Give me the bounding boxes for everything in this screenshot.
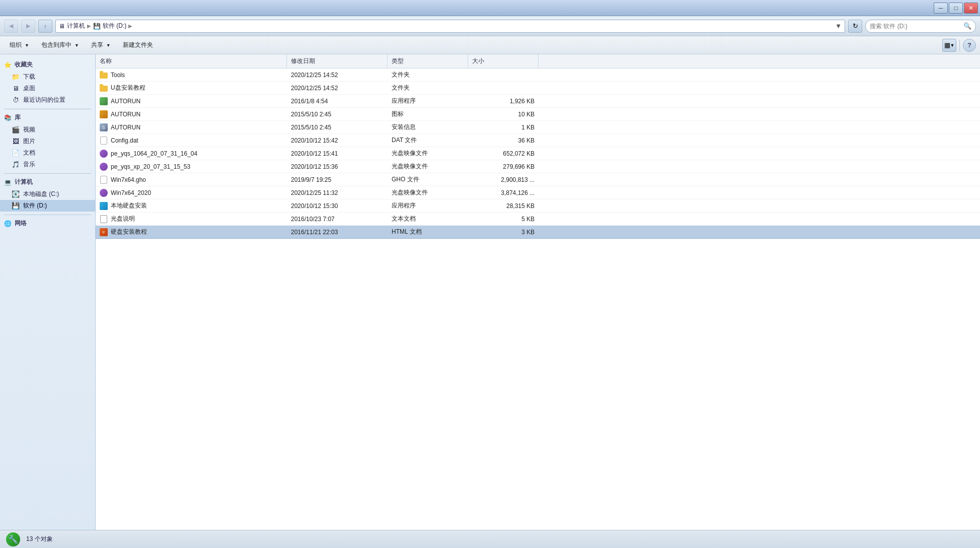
minimize-button[interactable]: ─: [934, 3, 948, 14]
sidebar-item-desktop[interactable]: 🖥 桌面: [0, 83, 95, 94]
file-name: pe_yqs_1064_20_07_31_16_04: [111, 150, 197, 157]
sidebar-item-music-label: 音乐: [23, 160, 35, 169]
file-date-cell: 2020/10/12 15:41: [287, 147, 388, 160]
back-button[interactable]: ◀: [4, 20, 18, 33]
file-date-cell: 2020/12/25 14:52: [287, 68, 388, 81]
sidebar-item-recent[interactable]: ⏱ 最近访问的位置: [0, 94, 95, 106]
table-row[interactable]: S AUTORUN 2015/5/10 2:45 安装信息 1 KB: [96, 121, 980, 134]
file-type-icon: [100, 202, 108, 210]
file-type-cell: 应用程序: [388, 95, 468, 107]
favorites-header[interactable]: ⭐ 收藏夹: [0, 58, 95, 71]
file-type-cell: 光盘映像文件: [388, 147, 468, 160]
refresh-button[interactable]: ↻: [848, 20, 862, 33]
file-name-cell: e 硬盘安装教程: [96, 226, 287, 238]
col-header-size[interactable]: 大小: [468, 54, 539, 68]
sidebar-item-document[interactable]: 📄 文档: [0, 147, 95, 159]
table-row[interactable]: pe_yqs_1064_20_07_31_16_04 2020/10/12 15…: [96, 147, 980, 160]
file-size-cell: 36 KB: [468, 134, 539, 147]
view-button[interactable]: ▦ ▼: [942, 39, 956, 52]
file-name-cell: 本地硬盘安装: [96, 199, 287, 212]
sidebar-item-music[interactable]: 🎵 音乐: [0, 159, 95, 170]
sidebar-item-c-drive[interactable]: 💽 本地磁盘 (C:): [0, 188, 95, 200]
breadcrumb-computer[interactable]: 🖥 计算机: [59, 22, 85, 30]
share-button[interactable]: 共享 ▼: [86, 38, 116, 52]
file-type-icon: [100, 189, 108, 197]
organize-button[interactable]: 组织 ▼: [4, 38, 35, 52]
sidebar-item-download[interactable]: 📁 下载: [0, 71, 95, 83]
sidebar-item-download-label: 下载: [23, 73, 35, 81]
table-row[interactable]: AUTORUN 2015/5/10 2:45 图标 10 KB: [96, 108, 980, 121]
sidebar-item-d-drive[interactable]: 💾 软件 (D:): [0, 200, 95, 212]
sidebar-item-desktop-label: 桌面: [23, 84, 35, 93]
file-size-cell: [468, 68, 539, 81]
close-button[interactable]: ✕: [964, 3, 978, 14]
breadcrumb-dropdown-arrow[interactable]: ▼: [835, 22, 842, 30]
help-button[interactable]: ?: [963, 39, 976, 52]
table-row[interactable]: AUTORUN 2016/1/8 4:54 应用程序 1,926 KB: [96, 95, 980, 108]
search-bar[interactable]: 🔍: [865, 20, 976, 33]
library-header[interactable]: 📚 库: [0, 111, 95, 124]
library-icon: 📚: [4, 114, 12, 121]
c-drive-icon: 💽: [11, 190, 20, 198]
file-size-cell: 5 KB: [468, 213, 539, 225]
table-row[interactable]: Config.dat 2020/10/12 15:42 DAT 文件 36 KB: [96, 134, 980, 147]
table-row[interactable]: Tools 2020/12/25 14:52 文件夹: [96, 68, 980, 82]
file-name: pe_yqs_xp_20_07_31_15_53: [111, 163, 190, 170]
file-type-cell: 文件夹: [388, 68, 468, 81]
breadcrumb-drive[interactable]: 💾 软件 (D:): [93, 22, 126, 30]
file-size-cell: 3 KB: [468, 226, 539, 238]
sidebar-item-video[interactable]: 🎬 视频: [0, 124, 95, 135]
file-type-cell: DAT 文件: [388, 134, 468, 147]
search-input[interactable]: [870, 23, 961, 30]
file-type-cell: 应用程序: [388, 199, 468, 212]
drive-icon: 💾: [93, 23, 101, 30]
file-name: 本地硬盘安装: [111, 201, 147, 210]
sidebar-section-library: 📚 库 🎬 视频 🖼 图片 📄 文档 🎵 音乐: [0, 111, 95, 170]
col-header-date[interactable]: 修改日期: [287, 54, 388, 68]
organize-label: 组织: [10, 41, 22, 49]
table-row[interactable]: Win7x64_2020 2020/12/25 11:32 光盘映像文件 3,8…: [96, 186, 980, 199]
maximize-button[interactable]: □: [949, 3, 963, 14]
sidebar-item-image[interactable]: 🖼 图片: [0, 135, 95, 147]
file-type-icon: [100, 110, 108, 118]
file-type-icon: [100, 84, 108, 92]
file-date-cell: 2019/9/7 19:25: [287, 173, 388, 186]
toolbar-separator: [959, 40, 960, 51]
table-row[interactable]: U盘安装教程 2020/12/25 14:52 文件夹: [96, 82, 980, 95]
window-controls: ─ □ ✕: [934, 3, 978, 14]
file-type-icon: [100, 97, 108, 105]
include-library-button[interactable]: 包含到库中 ▼: [36, 38, 85, 52]
file-name-cell: 光盘说明: [96, 213, 287, 225]
network-header[interactable]: 🌐 网络: [0, 217, 95, 230]
table-row[interactable]: Win7x64.gho 2019/9/7 19:25 GHO 文件 2,900,…: [96, 173, 980, 186]
table-row[interactable]: e 硬盘安装教程 2016/11/21 22:03 HTML 文档 3 KB: [96, 226, 980, 239]
computer-header[interactable]: 💻 计算机: [0, 176, 95, 188]
file-size-cell: [468, 82, 539, 94]
status-app-icon: 🔧: [6, 532, 20, 546]
forward-button[interactable]: ▶: [21, 20, 35, 33]
file-type-cell: 光盘映像文件: [388, 160, 468, 173]
file-date-cell: 2016/1/8 4:54: [287, 95, 388, 107]
col-header-name[interactable]: 名称: [96, 54, 287, 68]
file-size-cell: 2,900,813 ...: [468, 173, 539, 186]
file-name-cell: AUTORUN: [96, 108, 287, 120]
status-count: 13 个对象: [26, 535, 53, 543]
table-row[interactable]: 本地硬盘安装 2020/10/12 15:30 应用程序 28,315 KB: [96, 199, 980, 213]
table-row[interactable]: 光盘说明 2016/10/23 7:07 文本文档 5 KB: [96, 213, 980, 226]
table-row[interactable]: pe_yqs_xp_20_07_31_15_53 2020/10/12 15:3…: [96, 160, 980, 173]
new-folder-button[interactable]: 新建文件夹: [117, 38, 159, 52]
computer-icon: 🖥: [59, 23, 65, 30]
col-header-type[interactable]: 类型: [388, 54, 468, 68]
breadcrumb[interactable]: 🖥 计算机 ▶ 💾 软件 (D:) ▶ ▼: [55, 20, 845, 33]
new-folder-label: 新建文件夹: [123, 41, 153, 49]
file-size-cell: 28,315 KB: [468, 199, 539, 212]
file-date-cell: 2020/10/12 15:30: [287, 199, 388, 212]
up-button[interactable]: ↑: [38, 20, 52, 33]
sidebar-section-favorites: ⭐ 收藏夹 📁 下载 🖥 桌面 ⏱ 最近访问的位置: [0, 58, 95, 106]
file-type-cell: 安装信息: [388, 121, 468, 133]
file-size-cell: 1,926 KB: [468, 95, 539, 107]
file-date-cell: 2016/10/23 7:07: [287, 213, 388, 225]
file-type-icon: [100, 163, 108, 171]
file-name: Win7x64_2020: [111, 189, 151, 196]
file-type-cell: 光盘映像文件: [388, 186, 468, 199]
